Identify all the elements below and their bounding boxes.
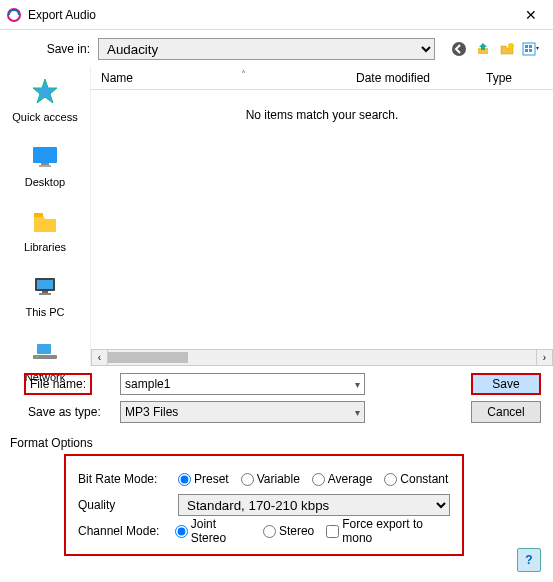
- svg-rect-6: [525, 49, 528, 52]
- quick-access-icon: [29, 76, 61, 108]
- svg-point-2: [508, 43, 514, 49]
- svg-rect-13: [37, 280, 53, 289]
- save-as-type-label: Save as type:: [12, 405, 112, 419]
- save-button[interactable]: Save: [471, 373, 541, 395]
- help-icon[interactable]: ?: [517, 548, 541, 572]
- place-quick-access[interactable]: Quick access: [0, 72, 90, 127]
- title-bar: Export Audio ✕: [0, 0, 553, 30]
- place-libraries[interactable]: Libraries: [0, 202, 90, 257]
- file-name-input[interactable]: sample1▾: [120, 373, 365, 395]
- chevron-down-icon: ▾: [355, 407, 360, 418]
- svg-rect-7: [529, 49, 532, 52]
- empty-message: No items match your search.: [91, 90, 553, 122]
- scroll-track[interactable]: [108, 349, 536, 366]
- channel-stereo-radio[interactable]: Stereo: [263, 524, 314, 538]
- place-this-pc[interactable]: This PC: [0, 267, 90, 322]
- bitrate-mode-label: Bit Rate Mode:: [78, 472, 170, 486]
- scroll-thumb[interactable]: [108, 352, 188, 363]
- view-menu-icon[interactable]: [521, 39, 541, 59]
- window-title: Export Audio: [28, 8, 509, 22]
- network-icon: [29, 336, 61, 368]
- bitrate-constant-radio[interactable]: Constant: [384, 472, 448, 486]
- places-bar: Quick access Desktop Libraries This PC N…: [0, 66, 90, 366]
- svg-rect-5: [529, 45, 532, 48]
- format-options-title: Format Options: [10, 436, 539, 450]
- column-type[interactable]: Type: [486, 71, 553, 85]
- horizontal-scrollbar[interactable]: ‹ ›: [91, 349, 553, 366]
- up-icon[interactable]: [473, 39, 493, 59]
- svg-point-1: [452, 42, 466, 56]
- sort-indicator-icon: ˄: [241, 69, 246, 80]
- column-name[interactable]: Name˄: [91, 71, 356, 85]
- nav-toolbar: [449, 39, 541, 59]
- this-pc-icon: [29, 271, 61, 303]
- new-folder-icon[interactable]: [497, 39, 517, 59]
- format-options: Format Options Bit Rate Mode: Preset Var…: [0, 436, 553, 556]
- close-button[interactable]: ✕: [509, 0, 553, 30]
- scroll-right-icon[interactable]: ›: [536, 349, 553, 366]
- save-in-label: Save in:: [12, 42, 90, 56]
- svg-point-18: [36, 356, 38, 358]
- svg-rect-14: [42, 291, 48, 293]
- column-date[interactable]: Date modified: [356, 71, 486, 85]
- filename-area: File name: sample1▾ Save Save as type: M…: [0, 366, 553, 426]
- column-headers: Name˄ Date modified Type: [91, 66, 553, 90]
- libraries-icon: [29, 206, 61, 238]
- main-area: Quick access Desktop Libraries This PC N…: [0, 66, 553, 366]
- channel-joint-radio[interactable]: Joint Stereo: [175, 517, 251, 545]
- chevron-down-icon: ▾: [355, 379, 360, 390]
- svg-rect-15: [39, 293, 51, 295]
- desktop-icon: [29, 141, 61, 173]
- cancel-button[interactable]: Cancel: [471, 401, 541, 423]
- svg-rect-10: [39, 165, 51, 167]
- channel-mode-label: Channel Mode:: [78, 524, 167, 538]
- bitrate-variable-radio[interactable]: Variable: [241, 472, 300, 486]
- save-in-row: Save in: Audacity: [0, 30, 553, 66]
- save-in-dropdown[interactable]: Audacity: [98, 38, 435, 60]
- quality-dropdown[interactable]: Standard, 170-210 kbps: [178, 494, 450, 516]
- bitrate-average-radio[interactable]: Average: [312, 472, 372, 486]
- svg-rect-16: [37, 344, 51, 354]
- file-list: Name˄ Date modified Type No items match …: [90, 66, 553, 366]
- scroll-left-icon[interactable]: ‹: [91, 349, 108, 366]
- save-as-type-dropdown[interactable]: MP3 Files▾: [120, 401, 365, 423]
- back-icon[interactable]: [449, 39, 469, 59]
- svg-rect-11: [34, 213, 43, 217]
- svg-rect-4: [525, 45, 528, 48]
- quality-label: Quality: [78, 498, 170, 512]
- place-desktop[interactable]: Desktop: [0, 137, 90, 192]
- app-icon: [6, 7, 22, 23]
- bitrate-preset-radio[interactable]: Preset: [178, 472, 229, 486]
- svg-rect-8: [33, 147, 57, 163]
- file-name-label: File name:: [24, 373, 92, 395]
- force-mono-checkbox[interactable]: Force export to mono: [326, 517, 450, 545]
- svg-rect-9: [41, 163, 49, 165]
